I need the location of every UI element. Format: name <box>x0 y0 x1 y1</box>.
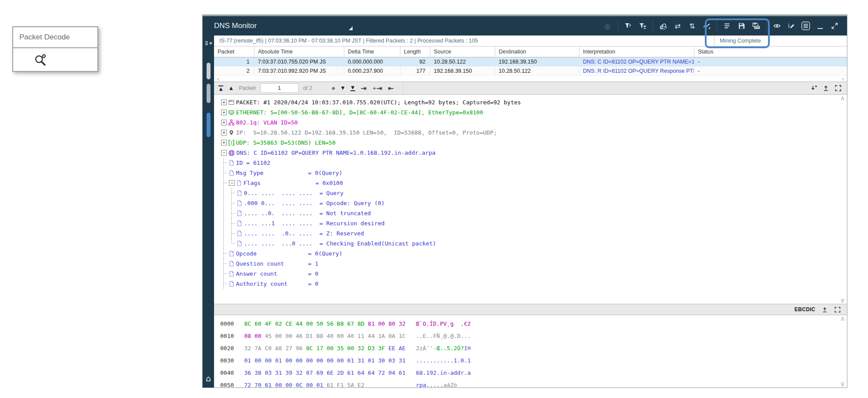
export-up-icon[interactable] <box>822 306 828 313</box>
column-header-dst[interactable]: Destination <box>495 46 579 57</box>
tree-node[interactable]: +UDP: S=35863 D=53(DNS) LEN=50 <box>217 138 838 148</box>
tree-node[interactable]: 0... .... .... .... = Query <box>217 188 838 198</box>
tree-node[interactable]: +802.1q: VLAN ID=50 <box>217 117 838 128</box>
expand-icon[interactable]: + <box>221 120 227 125</box>
dropdown-icon[interactable] <box>349 26 353 30</box>
hex-row[interactable]: 0020 32 7A C0 A8 27 96 8C 17 00 35 00 32… <box>220 342 838 355</box>
packet-row-2[interactable]: 27:03:37.010.992.920 PM JS0.000.237.9001… <box>214 67 847 76</box>
scroll-up-icon[interactable]: ∧ <box>840 96 845 101</box>
tree-node[interactable]: −Flags = 0x0100 <box>217 178 838 188</box>
jump-to-icon[interactable]: ⇥ <box>361 84 367 92</box>
home-icon[interactable]: ⌂ <box>206 373 211 383</box>
list-icon[interactable] <box>722 21 732 31</box>
rail-active-indicator[interactable] <box>207 113 211 137</box>
tree-node-text: UDP: S=35863 D=53(DNS) LEN=50 <box>236 139 336 146</box>
hex-padding <box>406 357 416 364</box>
expand-icon[interactable]: + <box>221 110 227 115</box>
last-packet-button[interactable]: ▼ <box>350 85 355 91</box>
exchange-icon[interactable]: ⇄ <box>672 21 683 31</box>
page-icon <box>229 261 234 267</box>
column-header-status[interactable]: Status <box>694 46 847 57</box>
tree-node[interactable]: Question count = 1 <box>217 259 838 269</box>
jump-back-icon[interactable]: ⇤ <box>388 84 394 92</box>
eye-icon[interactable] <box>772 21 782 31</box>
collapse-icon[interactable]: − <box>229 180 235 186</box>
panel-toggle-icon[interactable] <box>204 40 212 47</box>
filter-run-icon[interactable] <box>623 21 633 31</box>
tree-connector <box>229 188 237 198</box>
expand-pane-icon[interactable] <box>834 306 841 313</box>
menu-icon[interactable] <box>800 21 811 31</box>
tree-node[interactable]: Answer count = 0 <box>217 269 838 279</box>
packet-row-1[interactable]: 17:03:37.010.755.020 PM JS0.000.000.0009… <box>214 57 847 67</box>
hex-row[interactable]: 0050 72 70 61 00 00 0C 00 01 61 F1 5A E2… <box>220 379 838 387</box>
hex-ascii: aáZò <box>443 382 457 387</box>
expand-icon[interactable]: + <box>221 130 227 135</box>
jump-add-icon[interactable]: +⇥ <box>372 84 382 92</box>
expand-pane-icon[interactable] <box>835 85 842 92</box>
scroll-down-icon[interactable]: ∨ <box>840 381 845 387</box>
expand-icon[interactable]: + <box>221 140 227 146</box>
column-header-len[interactable]: Length <box>400 46 430 57</box>
first-packet-button[interactable]: ▲ <box>218 85 223 91</box>
scroll-down-icon[interactable]: ∨ <box>840 298 845 303</box>
prev-packet-button[interactable]: ▲ <box>229 86 233 90</box>
column-header-abs[interactable]: Absolute Time <box>254 46 344 57</box>
tree-connector <box>229 208 237 218</box>
export-up-icon[interactable] <box>822 85 829 92</box>
hex-row[interactable]: 0000 8C 60 4F 02 CE 44 00 50 56 B8 67 8D… <box>220 318 838 330</box>
rail-scroll-thumb[interactable] <box>207 84 211 103</box>
tree-node[interactable]: .... .... ...0 .... = Checking Enabled(U… <box>217 238 838 249</box>
record-icon[interactable]: ◎ <box>602 21 613 31</box>
goto-packet-icon[interactable]: ⌖ <box>332 84 336 92</box>
tree-node[interactable]: .000 0... .... .... = Opcode: Query (0) <box>217 198 838 208</box>
column-header-interp[interactable]: Interpretation <box>579 46 694 57</box>
hex-row[interactable]: 0010 08 00 45 00 00 46 D1 B8 40 00 40 11… <box>220 330 838 342</box>
tree-node-text: Authority count = 0 <box>236 281 318 287</box>
tree-connector <box>229 228 237 238</box>
cell-interp: DNS: C ID=61102 OP=QUERY PTR NAME=1.0.16… <box>579 57 694 66</box>
scroll-left-icon[interactable]: ‹ <box>217 77 219 81</box>
tree-node[interactable]: −DNS: C ID=61102 OP=QUERY PTR NAME=1.0.1… <box>217 148 838 158</box>
packet-table-header: PacketAbsolute TimeDelta TimeLengthSourc… <box>214 46 847 57</box>
tree-node[interactable]: .... .... .0.. .... = Z: Reserved <box>217 228 838 238</box>
expand-icon[interactable]: + <box>221 100 227 105</box>
cell-src: 10.28.50.122 <box>430 57 495 66</box>
tree-node-text: .... .... .0.. .... = Z: Reserved <box>244 230 364 237</box>
column-header-delta[interactable]: Delta Time <box>344 46 400 57</box>
edit-icon[interactable] <box>786 21 797 31</box>
tree-node[interactable]: +IP: S=10.28.50.122 D=192.168.39.150 LEN… <box>217 128 838 138</box>
collapse-icon[interactable]: − <box>221 150 227 156</box>
tree-node[interactable]: Authority count = 0 <box>217 279 838 289</box>
hex-row[interactable]: 0040 36 38 03 31 39 32 07 69 6E 2D 61 64… <box>220 367 838 379</box>
compare-icon[interactable]: ⇅ <box>687 21 697 31</box>
tree-node[interactable]: ID = 61102 <box>217 158 838 168</box>
tree-node[interactable]: +PACKET: #1 2020/04/24 10:03:37.010.755.… <box>217 97 838 107</box>
rail-scroll-thumb[interactable] <box>207 63 211 79</box>
trend-chart-icon[interactable] <box>701 21 712 31</box>
packet-number-input[interactable] <box>260 83 299 93</box>
hex-padding <box>406 345 416 352</box>
ebcdic-toggle[interactable]: EBCDIC <box>794 306 815 313</box>
tree-node[interactable]: Opcode = 0(Query) <box>217 249 838 259</box>
toolbar-separator <box>653 21 653 31</box>
scroll-up-icon[interactable]: ∧ <box>840 316 845 321</box>
tree-node[interactable]: .... ...1 .... .... = Recursion desired <box>217 218 838 228</box>
next-packet-button[interactable]: ▼ <box>341 86 345 90</box>
packet-decode-magnifier-icon[interactable] <box>33 53 48 66</box>
column-header-packet[interactable]: Packet <box>214 46 254 57</box>
tree-node[interactable]: .... ..0. .... .... = Not truncated <box>217 208 838 218</box>
tree-node[interactable]: +ETHERNET: S=[00-50-56-B8-67-8D], D=[8C-… <box>217 107 838 117</box>
hex-row[interactable]: 0030 01 00 00 01 00 00 00 00 00 00 01 31… <box>220 355 838 367</box>
save-icon[interactable] <box>736 21 747 31</box>
tree-pipe <box>221 198 229 208</box>
maximize-icon[interactable] <box>829 21 840 31</box>
minimize-icon[interactable] <box>815 21 825 31</box>
save-csv-icon[interactable]: CSV <box>751 21 761 31</box>
filter-add-icon[interactable] <box>637 21 648 31</box>
column-header-src[interactable]: Source <box>430 46 495 57</box>
plus-down-icon[interactable] <box>810 85 817 92</box>
tree-node[interactable]: Msg Type = 0(Query) <box>217 168 838 178</box>
scroll-right-icon[interactable]: › <box>842 77 844 81</box>
analysis-search-icon[interactable] <box>658 21 668 31</box>
